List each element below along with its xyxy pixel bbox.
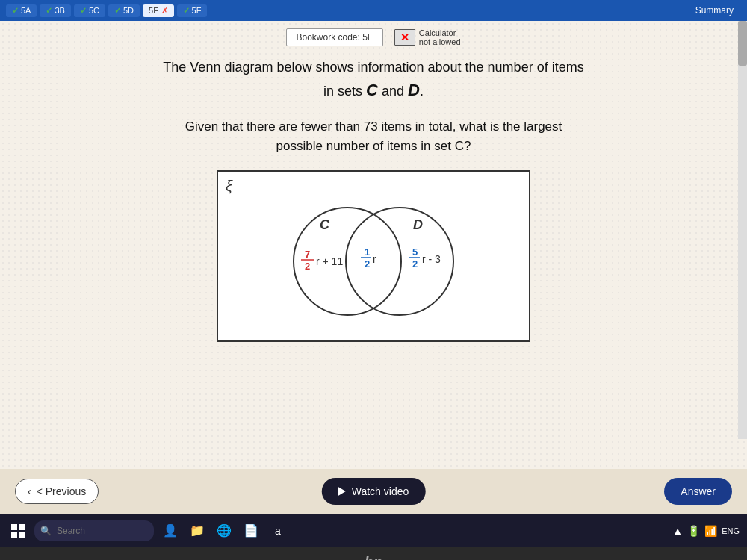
taskbar-icon-5[interactable]: a	[267, 520, 288, 541]
left-expr: 7	[305, 249, 310, 260]
search-wrapper: 🔍	[34, 520, 154, 541]
taskbar-icon-folder: 📁	[190, 523, 205, 538]
sub-question: Given that there are fewer than 73 items…	[15, 117, 732, 155]
check-icon-3b: ✓	[46, 6, 52, 16]
taskbar-wifi-icon: 📶	[704, 525, 717, 537]
taskbar-icon-browser: 🌐	[217, 523, 232, 538]
nav-item-5c[interactable]: ✓ 5C	[74, 4, 105, 17]
bookwork-code: Bookwork code: 5E	[286, 28, 382, 46]
mid-num: 1	[365, 246, 370, 258]
bottom-bar: ‹ < Previous Watch video Answer	[0, 469, 747, 514]
previous-label: < Previous	[37, 485, 87, 497]
nav-label-3b: 3B	[55, 6, 64, 15]
taskbar-icon-a: a	[275, 525, 281, 537]
answer-button[interactable]: Answer	[664, 478, 732, 505]
taskbar-icon-4[interactable]: 📄	[241, 520, 261, 541]
search-input[interactable]	[34, 520, 154, 541]
calculator-status: Calculator not allowed	[419, 28, 461, 46]
play-icon	[338, 487, 346, 496]
taskbar-icon-2[interactable]: 📁	[187, 520, 208, 541]
taskbar-battery-icon: 🔋	[687, 525, 700, 537]
calculator-icon: ✕	[394, 29, 415, 46]
left-denom: 2	[305, 261, 310, 272]
check-icon-5f: ✓	[183, 6, 190, 16]
taskbar: 🔍 👤 📁 🌐 📄 a ▲ 🔋 📶 ENG	[0, 514, 747, 547]
taskbar-icon-1[interactable]: 👤	[160, 520, 181, 541]
set-c-ref: C	[366, 81, 378, 99]
check-icon-5a: ✓	[12, 6, 19, 16]
windows-icon	[11, 524, 25, 538]
nav-label-5d: 5D	[123, 6, 134, 15]
bookwork-bar: Bookwork code: 5E ✕ Calculator not allow…	[15, 28, 732, 46]
windows-start-button[interactable]	[7, 520, 28, 541]
nav-label-5e: 5E	[149, 6, 158, 15]
taskbar-icon-file: 📄	[244, 523, 258, 538]
mid-var: r	[373, 253, 376, 265]
right-denom: 2	[412, 258, 418, 270]
watch-video-label: Watch video	[352, 485, 409, 497]
calc-cross-icon: ✕	[400, 31, 409, 43]
nav-item-3b[interactable]: ✓ 3B	[40, 4, 70, 17]
answer-label: Answer	[681, 485, 716, 497]
nav-item-5f[interactable]: ✓ 5F	[177, 4, 208, 17]
taskbar-icon-3[interactable]: 🌐	[214, 520, 235, 541]
prev-arrow-icon: ‹	[28, 485, 31, 497]
xi-symbol: ξ	[226, 178, 232, 195]
set-d-ref: D	[408, 81, 420, 99]
taskbar-icon-person: 👤	[163, 523, 178, 538]
top-nav: ✓ 5A ✓ 3B ✓ 5C ✓ 5D 5E ✗ ✓ 5F Summary	[0, 0, 747, 21]
nav-item-5e[interactable]: 5E ✗	[143, 4, 173, 17]
right-expr-tail: r - 3	[422, 253, 441, 265]
hp-logo: hp	[365, 554, 382, 561]
check-icon-5c: ✓	[80, 6, 87, 16]
taskbar-lang: ENG	[722, 526, 740, 535]
cross-icon-5e: ✗	[161, 6, 168, 16]
mid-denom: 2	[365, 258, 370, 270]
question-text: The Venn diagram below shows information…	[15, 57, 732, 102]
taskbar-right: ▲ 🔋 📶 ENG	[672, 525, 740, 537]
nav-label-5f: 5F	[192, 6, 202, 15]
taskbar-sys-icon-1: ▲	[672, 525, 683, 537]
previous-button[interactable]: ‹ < Previous	[15, 479, 99, 504]
venn-diagram-svg: C D 7 2 r + 11 1 2 r 5 2 r - 3	[239, 183, 508, 325]
left-var: r + 11	[316, 255, 343, 267]
summary-tab[interactable]: Summary	[688, 4, 741, 17]
nav-item-5d[interactable]: ✓ 5D	[108, 4, 140, 17]
set-c-label: C	[320, 217, 330, 232]
set-d-label: D	[413, 217, 423, 232]
check-icon-5d: ✓	[114, 6, 121, 16]
calculator-badge: ✕ Calculator not allowed	[394, 28, 461, 46]
hp-bar: hp	[0, 547, 747, 560]
nav-item-5a[interactable]: ✓ 5A	[6, 4, 37, 17]
nav-label-5a: 5A	[21, 6, 31, 15]
venn-diagram-container: ξ C D 7 2 r + 11 1 2	[217, 170, 530, 342]
nav-label-5c: 5C	[89, 6, 99, 15]
main-content: Bookwork code: 5E ✕ Calculator not allow…	[0, 21, 747, 469]
search-icon: 🔍	[40, 526, 52, 536]
watch-video-button[interactable]: Watch video	[322, 478, 426, 505]
right-num: 5	[412, 246, 418, 258]
